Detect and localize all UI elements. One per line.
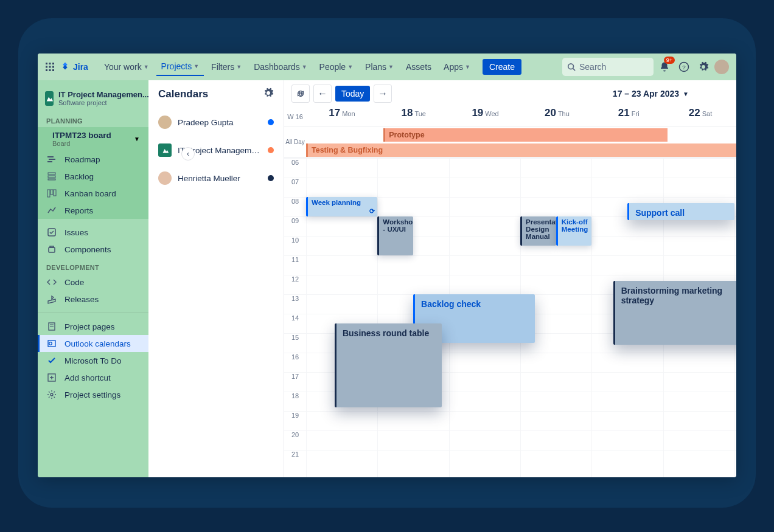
svg-rect-22 xyxy=(47,190,50,197)
calendar-item[interactable]: IT Project Management T... xyxy=(148,136,284,164)
calendar-name: Henrietta Mueller xyxy=(178,174,262,183)
today-button[interactable]: Today xyxy=(335,86,370,102)
svg-point-36 xyxy=(51,393,53,396)
hour-label: 10 xyxy=(284,236,306,255)
sidebar-item-issues[interactable]: Issues xyxy=(38,224,148,241)
calendar-event[interactable]: Business round table xyxy=(335,323,442,407)
calendar-item[interactable]: Henrietta Mueller xyxy=(148,164,284,192)
hour-label: 19 xyxy=(284,411,306,430)
svg-rect-8 xyxy=(52,69,54,71)
svg-rect-3 xyxy=(46,66,47,68)
hour-label: 09 xyxy=(284,216,306,236)
sidebar-item-components[interactable]: Components xyxy=(38,241,148,258)
hour-label: 08 xyxy=(284,197,306,216)
day-header[interactable]: 21Fri xyxy=(593,107,664,126)
todo-icon xyxy=(46,356,57,365)
next-button[interactable]: → xyxy=(374,85,392,103)
calendar-item[interactable]: Pradeep Gupta xyxy=(148,108,284,136)
chevron-down-icon: ▼ xyxy=(347,64,353,70)
notification-badge: 9+ xyxy=(664,57,675,64)
nav-your-work[interactable]: Your work▼ xyxy=(99,58,154,75)
nav-filters[interactable]: Filters▼ xyxy=(206,58,246,75)
sidebar-item-board[interactable]: ITPMT23 board Board ▼ xyxy=(38,127,148,151)
project-subtype: Software project xyxy=(58,99,148,106)
chevron-down-icon: ▼ xyxy=(134,136,140,142)
issues-icon xyxy=(46,227,57,237)
calendars-title: Calendars xyxy=(158,88,208,100)
calendar-avatar xyxy=(158,171,172,185)
hour-label: 17 xyxy=(284,372,306,392)
allday-label: All Day xyxy=(284,126,306,157)
svg-point-32 xyxy=(49,342,52,345)
nav-apps[interactable]: Apps▼ xyxy=(439,58,475,75)
sidebar-item-kanban[interactable]: Kanban board xyxy=(38,185,148,202)
allday-event[interactable]: Prototype xyxy=(383,128,668,142)
jira-logo[interactable]: Jira xyxy=(60,61,88,72)
chevron-down-icon: ▼ xyxy=(683,91,689,97)
nav-assets[interactable]: Assets xyxy=(401,58,436,75)
svg-rect-1 xyxy=(49,63,51,64)
svg-line-10 xyxy=(573,69,576,71)
search-input[interactable]: Search xyxy=(562,58,654,76)
help-icon[interactable]: ? xyxy=(675,58,692,75)
calendar-event[interactable]: Presentation Design Manual xyxy=(520,216,556,246)
day-header[interactable]: 20Thu xyxy=(521,107,593,126)
hour-label: 18 xyxy=(284,392,306,411)
sidebar-item-todo[interactable]: Microsoft To Do xyxy=(38,352,148,369)
svg-text:?: ? xyxy=(682,64,686,71)
sync-button[interactable] xyxy=(291,85,310,103)
svg-rect-19 xyxy=(48,173,55,174)
hour-label: 16 xyxy=(284,353,306,372)
day-header[interactable]: 18Tue xyxy=(378,107,450,126)
sidebar-item-outlook-calendars[interactable]: Outlook calendars xyxy=(38,335,148,352)
user-avatar[interactable] xyxy=(714,60,729,74)
project-sidebar: IT Project Managemen... Software project… xyxy=(38,80,148,477)
calendar-color-dot xyxy=(268,119,274,125)
calendar-event[interactable]: Workshop - UX/UI xyxy=(377,216,413,255)
project-header[interactable]: IT Project Managemen... Software project xyxy=(38,88,148,111)
sidebar-item-roadmap[interactable]: Roadmap xyxy=(38,151,148,168)
day-header[interactable]: 17Mon xyxy=(306,107,378,126)
sidebar-item-project-pages[interactable]: Project pages xyxy=(38,318,148,335)
sidebar-item-releases[interactable]: Releases xyxy=(38,291,148,308)
nav-dashboards[interactable]: Dashboards▼ xyxy=(249,58,312,75)
calendar-event[interactable]: Week planning⟳ xyxy=(306,197,377,216)
sidebar-item-backlog[interactable]: Backlog xyxy=(38,168,148,185)
svg-rect-5 xyxy=(52,66,54,68)
svg-rect-17 xyxy=(49,159,55,160)
calendars-settings-icon[interactable] xyxy=(263,88,274,101)
day-header[interactable]: 22Sat xyxy=(664,107,736,126)
allday-event[interactable]: Testing & Bugfixing xyxy=(306,143,736,157)
notifications-icon[interactable]: 9+ xyxy=(656,58,673,75)
week-number: W 16 xyxy=(284,107,306,126)
roadmap-icon xyxy=(46,154,57,164)
svg-rect-18 xyxy=(47,161,52,162)
svg-rect-23 xyxy=(51,190,53,195)
sidebar-item-reports[interactable]: Reports xyxy=(38,202,148,219)
app-switcher-icon[interactable] xyxy=(45,62,55,72)
day-header[interactable]: 19Wed xyxy=(450,107,521,126)
hour-label: 20 xyxy=(284,430,306,450)
svg-rect-24 xyxy=(54,190,56,196)
date-range-picker[interactable]: 17 – 23 Apr 2023▼ xyxy=(613,89,689,98)
sidebar-item-add-shortcut[interactable]: Add shortcut xyxy=(38,369,148,386)
calendar-event[interactable]: Brainstorming marketing strategy xyxy=(613,281,736,345)
settings-icon[interactable] xyxy=(695,58,712,75)
hour-label: 14 xyxy=(284,314,306,333)
calendar-event[interactable]: Kick-off Meeting xyxy=(556,216,592,246)
sidebar-item-code[interactable]: Code xyxy=(38,274,148,291)
nav-plans[interactable]: Plans▼ xyxy=(360,58,399,75)
prev-button[interactable]: ← xyxy=(313,85,332,103)
hour-label: 13 xyxy=(284,294,306,314)
create-button[interactable]: Create xyxy=(483,59,521,75)
calendar-event[interactable]: Support call xyxy=(627,203,734,221)
nav-people[interactable]: People▼ xyxy=(315,58,358,75)
recurring-icon: ⟳ xyxy=(369,207,375,215)
collapse-sidebar-button[interactable]: ‹ xyxy=(181,147,195,161)
sidebar-item-project-settings[interactable]: Project settings xyxy=(38,386,148,403)
svg-rect-21 xyxy=(48,179,55,180)
reports-icon xyxy=(46,206,57,215)
nav-projects[interactable]: Projects▼ xyxy=(156,58,204,76)
code-icon xyxy=(46,277,57,287)
svg-rect-0 xyxy=(46,63,47,64)
